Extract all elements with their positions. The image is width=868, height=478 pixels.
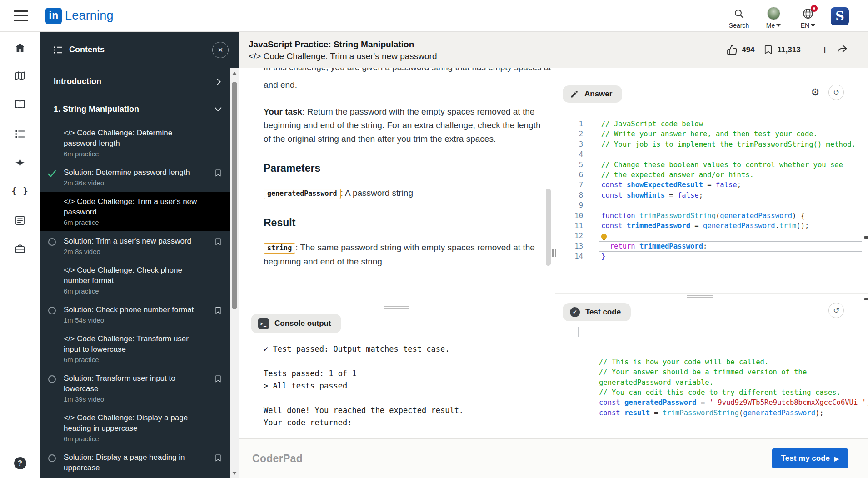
horizontal-resize-divider[interactable]	[555, 293, 868, 299]
contents-lesson-item[interactable]: </> Code Challenge: Determine password l…	[40, 123, 230, 163]
incomplete-circle-icon	[48, 375, 56, 383]
bookmark-lesson-button[interactable]	[214, 169, 222, 187]
horizontal-resize-divider[interactable]	[239, 304, 555, 310]
parameters-heading: Parameters	[264, 162, 555, 174]
language-menu[interactable]: EN	[796, 3, 820, 29]
code-line[interactable]: 9	[555, 200, 868, 210]
code-line[interactable]: 8const showHints = false;	[555, 190, 868, 200]
sidebar-item-articles[interactable]	[0, 214, 40, 226]
code-line[interactable]: 4	[555, 149, 868, 159]
contents-lesson-item[interactable]: Solution: Check phone number format1m 54…	[40, 300, 230, 329]
sidebar-item-library[interactable]	[0, 99, 40, 110]
code-line[interactable]: 3// Your job is to implement the trimPas…	[555, 139, 868, 149]
code-line[interactable]: const generatedPassword = ' 9vud9z9WTb5R…	[581, 398, 868, 408]
code-line[interactable]: // You can edit this code to try differe…	[581, 388, 868, 398]
line-number: 9	[555, 200, 583, 210]
sidebar-item-ai-coach[interactable]	[0, 157, 40, 169]
code-line[interactable]: 1// JavaScript code below	[555, 119, 868, 129]
bookmark-lesson-button[interactable]	[214, 238, 222, 256]
search-button[interactable]: Search	[727, 3, 751, 29]
vertical-resize-handle[interactable]	[552, 249, 556, 257]
code-line[interactable]: // Your answer should be a trimmed versi…	[581, 367, 868, 377]
menu-button[interactable]	[14, 10, 28, 21]
tab-test-code[interactable]: ✓ Test code	[563, 303, 631, 321]
learning-wordmark: Learning	[65, 9, 114, 23]
run-button-label: Test my code	[781, 454, 830, 463]
editor-ruler-mark	[864, 298, 868, 300]
code-line[interactable]: 12	[555, 231, 868, 241]
share-button[interactable]	[837, 43, 848, 56]
code-line[interactable]: 2// Write your answer here, and then tes…	[555, 129, 868, 139]
code-line[interactable]: 6// the expected answer and/or hints.	[555, 170, 868, 180]
scrollbar-thumb[interactable]	[232, 82, 237, 309]
answer-code-editor[interactable]: 1// JavaScript code below2// Write your …	[555, 119, 868, 293]
code-line[interactable]: // This is how your code will be called.	[581, 357, 868, 367]
resize-handle-icon[interactable]	[687, 295, 713, 299]
test-code-editor[interactable]: // This is how your code will be called.…	[555, 327, 868, 438]
code-line[interactable]: 11const trimmedPassword = generatedPassw…	[555, 221, 868, 231]
lesson-item-meta: 6m practice	[64, 434, 205, 443]
incomplete-circle-icon	[48, 238, 56, 246]
bookmark-icon	[763, 45, 773, 55]
scroll-up-arrow[interactable]	[230, 69, 239, 77]
code-line[interactable]: 5// Change these boolean values to contr…	[555, 160, 868, 170]
bookmark-lesson-button[interactable]	[214, 454, 222, 473]
bookmark-lesson-button[interactable]	[214, 375, 222, 403]
reset-test-code-button[interactable]: ↺	[828, 303, 844, 318]
reset-answer-button[interactable]: ↺	[828, 85, 844, 100]
contents-section-introduction[interactable]: Introduction	[40, 68, 230, 95]
contents-panel-title: Contents	[69, 45, 105, 55]
like-button[interactable]: 494	[727, 45, 754, 55]
contents-section--string-manipulation[interactable]: 1. String Manipulation	[40, 95, 230, 123]
browser-extension-badge[interactable]: S	[831, 7, 849, 25]
test-my-code-button[interactable]: Test my code ▶	[772, 448, 848, 468]
code-line[interactable]: 14}	[555, 251, 868, 261]
contents-lesson-item[interactable]: </> Code Challenge: Check phone number f…	[40, 260, 230, 300]
book-icon	[14, 99, 26, 110]
code-line[interactable]: 10function trimPasswordString(generatedP…	[555, 211, 868, 221]
resize-handle-icon[interactable]	[384, 306, 409, 309]
chevron-right-icon	[214, 77, 223, 86]
tab-answer[interactable]: Answer	[563, 85, 622, 103]
contents-lesson-item[interactable]: Solution: Display a page heading in uppe…	[40, 448, 230, 478]
sidebar-item-coding-practice[interactable]: { }	[0, 186, 40, 196]
bookmark-lesson-button[interactable]	[214, 306, 222, 324]
chevron-down-icon	[213, 104, 223, 114]
answer-panel: Answer ⚙ ↺ 1// JavaScript code below2// …	[555, 68, 868, 293]
sidebar-item-contents[interactable]	[0, 128, 40, 140]
contents-lesson-item[interactable]: Solution: Trim a user's new password2m 8…	[40, 231, 230, 260]
code-line[interactable]: generatedPassword variable.	[581, 378, 868, 388]
sidebar-item-help[interactable]: ?	[0, 457, 40, 469]
hint-lightbulb-icon[interactable]	[601, 234, 607, 239]
close-contents-button[interactable]: ×	[212, 42, 229, 58]
code-line[interactable]: const result = trimPasswordString(genera…	[581, 408, 868, 418]
contents-scrollbar[interactable]	[230, 68, 239, 478]
add-button[interactable]: +	[821, 44, 828, 56]
contents-lesson-item-active[interactable]: </> Code Challenge: Trim a user's new pa…	[40, 192, 230, 231]
contents-lesson-item[interactable]: </> Code Challenge: Transform user input…	[40, 329, 230, 368]
completed-check-icon	[47, 169, 57, 179]
code-line[interactable]: 7const showExpectedResult = false;	[555, 180, 868, 190]
challenge-description[interactable]: In this challenge, you are given a passw…	[239, 68, 555, 304]
lesson-item-title: </> Code Challenge: Check phone number f…	[64, 265, 205, 286]
me-menu[interactable]: Me	[762, 3, 785, 29]
test-code-panel: ✓ Test code ↺ // This is how your code w…	[555, 299, 868, 438]
pencil-icon	[570, 90, 579, 99]
line-number: 4	[555, 149, 583, 159]
tab-console-output[interactable]: >_ Console output	[251, 314, 341, 333]
description-scrollbar-thumb[interactable]	[546, 189, 551, 266]
scroll-down-arrow[interactable]	[230, 469, 239, 477]
contents-lesson-item[interactable]: Solution: Determine password length2m 36…	[40, 163, 230, 192]
lesson-item-meta: 1m 54s video	[64, 316, 205, 324]
settings-button[interactable]: ⚙	[811, 87, 819, 98]
help-icon: ?	[14, 457, 26, 469]
bookmark-button[interactable]: 11,313	[763, 45, 801, 55]
description-text: and end.	[264, 80, 555, 90]
linkedin-learning-logo[interactable]: in Learning	[45, 8, 114, 24]
line-number: 8	[555, 190, 583, 200]
contents-lesson-item[interactable]: </> Code Challenge: Display a page headi…	[40, 408, 230, 448]
sidebar-item-home[interactable]	[0, 42, 40, 54]
contents-lesson-item[interactable]: Solution: Transform user input to lowerc…	[40, 368, 230, 408]
sidebar-item-explore[interactable]	[0, 70, 40, 82]
sidebar-item-career-journey[interactable]	[0, 243, 40, 255]
